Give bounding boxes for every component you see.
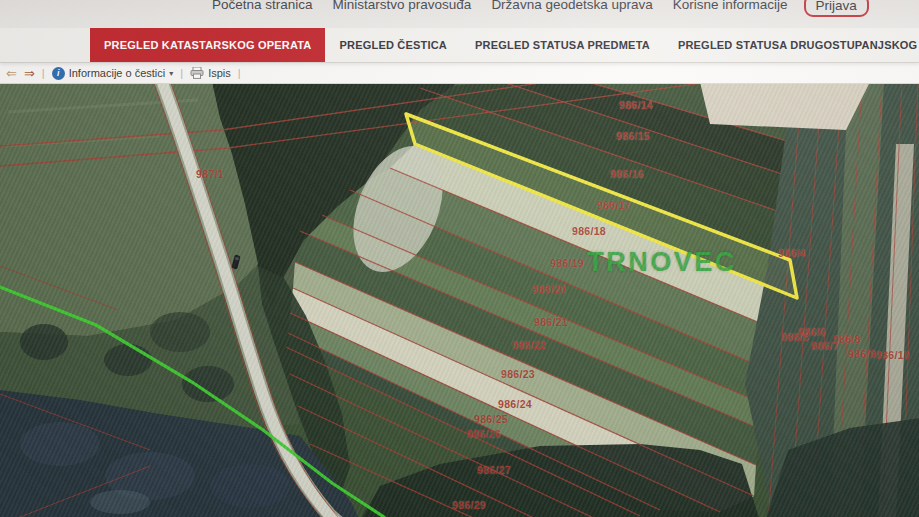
- map-toolbar: ⇐ ⇒ | i Informacije o čestici ▾ | Ispis …: [0, 63, 919, 84]
- toolbar-separator: |: [42, 67, 45, 79]
- toolbar-separator: |: [238, 67, 241, 79]
- chevron-down-icon: ▾: [169, 69, 173, 78]
- printer-icon: [190, 67, 204, 79]
- nav-item[interactable]: Korisne informacije: [673, 0, 788, 16]
- aerial-imagery: [0, 84, 919, 517]
- nav-item[interactable]: Početna stranica: [212, 0, 313, 16]
- print-label: Ispis: [208, 67, 231, 79]
- top-right-field: [700, 84, 870, 130]
- login-button[interactable]: Prijava: [804, 0, 869, 17]
- site-nav: Početna stranicaMinistarstvo pravosuđaDr…: [212, 0, 788, 16]
- info-icon: i: [52, 67, 65, 80]
- nav-item[interactable]: Ministarstvo pravosuđa: [333, 0, 472, 16]
- print-button[interactable]: Ispis: [190, 67, 231, 79]
- tab[interactable]: PREGLED STATUSA PREDMETA: [461, 28, 664, 62]
- toolbar-separator: |: [180, 67, 183, 79]
- cadastral-map[interactable]: 987/1986/14986/15986/16986/17986/18986/1…: [0, 84, 919, 517]
- history-forward-icon[interactable]: ⇒: [24, 67, 35, 80]
- history-back-icon[interactable]: ⇐: [6, 67, 17, 80]
- parcel-info-button[interactable]: i Informacije o čestici ▾: [52, 67, 174, 80]
- top-navigation: Početna stranicaMinistarstvo pravosuđaDr…: [0, 0, 919, 28]
- tab[interactable]: PREGLED ČESTICA: [325, 28, 461, 62]
- tab[interactable]: PREGLED KATASTARSKOG OPERATA: [90, 28, 325, 62]
- parcel-info-label: Informacije o čestici: [69, 67, 166, 79]
- tabs: PREGLED KATASTARSKOG OPERATAPREGLED ČEST…: [90, 28, 919, 62]
- nav-item[interactable]: Državna geodetska uprava: [491, 0, 652, 16]
- cadastre-viewer-page: Početna stranicaMinistarstvo pravosuđaDr…: [0, 0, 919, 517]
- tab-bar: PREGLED KATASTARSKOG OPERATAPREGLED ČEST…: [0, 28, 919, 63]
- tab[interactable]: PREGLED STATUSA DRUGOSTUPANJSKOG PREDMET…: [664, 28, 919, 62]
